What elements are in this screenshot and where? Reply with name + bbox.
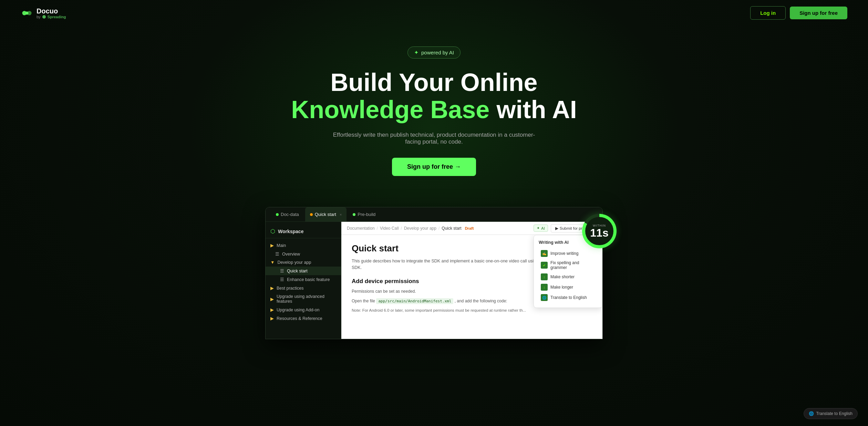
- sidebar-item-advanced[interactable]: ▶ Upgrade using advanced features: [266, 292, 341, 305]
- translate-icon: 🌐: [809, 411, 814, 416]
- sidebar-header: ⬡ Workspace: [266, 226, 341, 238]
- folder-icon-best: ▶: [270, 285, 274, 291]
- hero-section: ✦ powered by AI Build Your Online Knowle…: [0, 26, 868, 190]
- sidebar-item-label-main: Main: [277, 243, 286, 248]
- preview-container: WITHIN 11s Doc-data Quick start × Pr: [245, 207, 623, 339]
- breadcrumb-documentation: Documentation: [347, 226, 375, 231]
- sidebar-item-label-develop: Develop your app: [277, 260, 311, 265]
- main-content-area: Documentation / Video Call / Develop you…: [341, 222, 602, 339]
- logo-area: Docuo by Spreading: [21, 7, 66, 19]
- sidebar-item-main[interactable]: ▶ Main: [266, 241, 341, 250]
- ai-shorter-icon: ↕: [541, 273, 548, 280]
- tab-dot-pre-build: [353, 213, 355, 216]
- sidebar-item-label-overview: Overview: [282, 252, 300, 257]
- logo-name: Docuo: [37, 7, 66, 15]
- sidebar-item-addon[interactable]: ▶ Upgrade using Add-on: [266, 305, 341, 314]
- breadcrumb-sep3: /: [438, 226, 440, 231]
- tab-doc-data[interactable]: Doc-data: [271, 207, 304, 221]
- breadcrumb-draft-badge: Draft: [465, 226, 474, 230]
- ai-option-fix-spelling[interactable]: ✔ Fix spelling and grammer: [539, 259, 597, 272]
- timer-badge: WITHIN 11s: [582, 214, 617, 248]
- translate-badge[interactable]: 🌐 Translate to English: [804, 408, 858, 419]
- ai-option-label-longer: Make longer: [550, 285, 573, 290]
- sidebar-item-label-best: Best practices: [277, 286, 304, 291]
- ai-option-label-fix: Fix spelling and grammer: [550, 260, 595, 270]
- svg-point-2: [25, 11, 29, 14]
- file-icon-quick-start: ☰: [280, 268, 284, 273]
- tab-bar: Doc-data Quick start × Pre-build: [266, 207, 602, 222]
- tab-label-doc-data: Doc-data: [281, 212, 299, 217]
- sidebar-item-develop[interactable]: ▼ Develop your app: [266, 258, 341, 267]
- hero-title: Build Your Online Knowledge Base with AI: [279, 69, 589, 123]
- folder-icon-main: ▶: [270, 243, 274, 248]
- tab-dot-doc-data: [276, 213, 279, 216]
- ai-longer-icon: ↕: [541, 284, 548, 291]
- ai-toolbar-badge: ✦ AI: [534, 225, 548, 232]
- page-wrapper: Docuo by Spreading Log in Sign up for fr…: [0, 0, 868, 426]
- ai-translate-icon: 🌐: [541, 294, 548, 301]
- breadcrumb-sep2: /: [401, 226, 402, 231]
- submit-play-icon: ▶: [555, 226, 558, 231]
- spreading-icon: [42, 15, 46, 19]
- sidebar-item-overview[interactable]: ☰ Overview: [266, 250, 341, 258]
- sidebar-logo-icon: ⬡: [270, 228, 275, 235]
- ai-sparkle-icon: ✦: [414, 49, 418, 56]
- sidebar-workspace-label: Workspace: [278, 229, 303, 234]
- ai-option-translate[interactable]: 🌐 Translate to English: [539, 292, 597, 303]
- ai-toolbar-icon: ✦: [537, 226, 540, 230]
- tab-label-pre-build: Pre-build: [358, 212, 375, 217]
- sidebar-item-label-addon: Upgrade using Add-on: [277, 308, 319, 312]
- sidebar-item-label-enhance: Enhance basic feature: [287, 277, 330, 282]
- breadcrumb-quick-start: Quick start: [442, 226, 461, 231]
- file-icon-overview: ☰: [275, 251, 279, 257]
- sidebar: ⬡ Workspace ▶ Main ☰ Overview ▼ Develop …: [266, 222, 341, 339]
- logo-by: by Spreading: [37, 15, 66, 19]
- folder-icon-addon: ▶: [270, 307, 274, 312]
- svg-point-3: [42, 15, 46, 19]
- sidebar-item-label-quick-start: Quick start: [287, 269, 308, 273]
- breadcrumb-video-call: Video Call: [380, 226, 399, 231]
- file-icon-enhance: ☰: [280, 277, 284, 282]
- sidebar-item-label-resources: Resources & Reference: [277, 316, 322, 321]
- content-body: Quick start This guide describes how to …: [341, 235, 602, 339]
- breadcrumb-develop-app: Develop your app: [404, 226, 436, 231]
- tab-quick-start[interactable]: Quick start ×: [305, 207, 347, 221]
- docuo-logo-icon: [21, 7, 33, 19]
- breadcrumb: Documentation / Video Call / Develop you…: [347, 226, 534, 231]
- folder-icon-develop: ▼: [270, 260, 275, 265]
- header: Docuo by Spreading Log in Sign up for fr…: [0, 0, 868, 26]
- tab-pre-build[interactable]: Pre-build: [348, 207, 380, 221]
- tab-label-quick-start: Quick start: [315, 212, 336, 217]
- ai-fix-icon: ✔: [541, 262, 548, 269]
- folder-icon-resources: ▶: [270, 316, 274, 321]
- ai-option-make-longer[interactable]: ↕ Make longer: [539, 282, 597, 292]
- logo-text-group: Docuo by Spreading: [37, 7, 66, 19]
- breadcrumb-sep1: /: [377, 226, 378, 231]
- content-note: Note: For Android 6.0 or later, some imp…: [352, 308, 592, 313]
- content-code-inline: app/src/main/AndroidManifest.xml: [376, 298, 453, 304]
- sidebar-item-resources[interactable]: ▶ Resources & Reference: [266, 314, 341, 323]
- signup-header-button[interactable]: Sign up for free: [790, 7, 847, 19]
- ai-badge: ✦ powered by AI: [407, 46, 461, 59]
- content-toolbar: Documentation / Video Call / Develop you…: [341, 222, 602, 235]
- ai-option-label-shorter: Make shorter: [550, 274, 575, 279]
- ai-option-label-improve: Improve writing: [550, 251, 578, 256]
- ai-option-improve[interactable]: ✍ Improve writing: [539, 248, 597, 259]
- app-window: Doc-data Quick start × Pre-build ⬡: [265, 207, 603, 339]
- sidebar-item-enhance[interactable]: ☰ Enhance basic feature: [266, 275, 341, 284]
- translate-label: Translate to English: [816, 411, 852, 416]
- ai-option-make-shorter[interactable]: ↕ Make shorter: [539, 272, 597, 282]
- tab-close-icon[interactable]: ×: [340, 212, 342, 217]
- folder-icon-advanced: ▶: [270, 297, 274, 302]
- signup-hero-button[interactable]: Sign up for free →: [392, 158, 476, 176]
- ai-option-label-translate: Translate to English: [550, 295, 587, 300]
- app-inner: ⬡ Workspace ▶ Main ☰ Overview ▼ Develop …: [266, 222, 602, 339]
- header-buttons: Log in Sign up for free: [750, 6, 847, 20]
- sidebar-item-best-practices[interactable]: ▶ Best practices: [266, 284, 341, 292]
- login-button[interactable]: Log in: [750, 6, 786, 20]
- tab-dot-quick-start: [310, 213, 313, 216]
- hero-subtitle: Effortlessly write then publish technica…: [331, 132, 537, 145]
- sidebar-item-quick-start[interactable]: ☰ Quick start: [266, 267, 341, 275]
- timer-seconds: 11s: [590, 227, 608, 238]
- sidebar-item-label-advanced: Upgrade using advanced features: [277, 294, 336, 304]
